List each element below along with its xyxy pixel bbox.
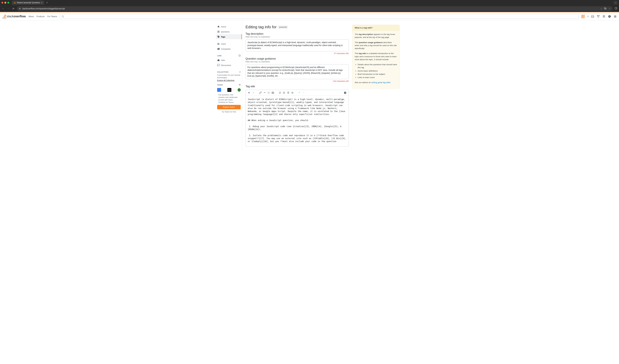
- editor-code-button[interactable]: {}: [267, 91, 271, 95]
- svg-rect-7: [614, 15, 616, 16]
- sidebar-item-label: Companies: [221, 48, 231, 50]
- sidebar-section-labs: LABS ⓘ: [216, 51, 242, 58]
- editor-link-button[interactable]: [258, 91, 262, 95]
- teams-graphic-box-blue: [217, 88, 221, 92]
- svg-rect-16: [217, 60, 220, 61]
- tab-overflow-button[interactable]: ⌄: [614, 1, 618, 4]
- reputation-score: 1: [588, 15, 589, 17]
- eye-off-icon[interactable]: [604, 7, 606, 10]
- editor-ulist-button[interactable]: [282, 91, 286, 95]
- info-icon[interactable]: ⓘ: [239, 54, 241, 57]
- site-logo-text: stackoverflow: [7, 15, 26, 18]
- nav-products[interactable]: Products: [37, 15, 45, 18]
- tab-close-icon[interactable]: ×: [41, 1, 42, 4]
- plus-icon[interactable]: +: [239, 71, 240, 73]
- explore-collectives-link[interactable]: Explore all Collectives: [217, 79, 235, 82]
- editor-quote-button[interactable]: [263, 91, 267, 95]
- svg-rect-32: [287, 93, 289, 93]
- editor-image-button[interactable]: [271, 91, 275, 95]
- usage-guidance-input[interactable]: For questions about programming in ECMAS…: [246, 64, 349, 79]
- aside-bullet: Details about the questions that should …: [358, 63, 397, 69]
- help-list-icon[interactable]: [602, 15, 605, 18]
- page-title: Editing tag info for javascript: [246, 25, 349, 29]
- inbox-icon[interactable]: [591, 15, 594, 18]
- svg-rect-1: [615, 7, 617, 9]
- new-tab-button[interactable]: +: [45, 1, 49, 4]
- usage-guidance-subtitle: Plain text only, no markdown: [246, 61, 349, 63]
- editor-hr-button[interactable]: [291, 91, 294, 95]
- browser-tab[interactable]: Newest 'javascript' Questions ×: [12, 0, 44, 5]
- tag-description-subtitle: Plain text only, no markdown: [246, 36, 349, 38]
- site-logo[interactable]: stackoverflow: [2, 14, 26, 19]
- sidebar-item-label: Users: [221, 43, 226, 45]
- editor-heading-button[interactable]: [286, 91, 290, 95]
- svg-rect-15: [218, 48, 219, 50]
- wiki-editor-textarea[interactable]: JavaScript (a dialect of ECMAScript) is …: [246, 96, 349, 146]
- forward-button: →: [7, 7, 10, 10]
- reload-button[interactable]: ⟳: [12, 7, 15, 10]
- svg-point-25: [283, 92, 283, 92]
- aside-bullet: Some basic definitions: [358, 70, 397, 72]
- users-icon: [217, 42, 220, 45]
- traffic-close[interactable]: [1, 2, 3, 3]
- back-button[interactable]: ←: [2, 7, 5, 10]
- aside-bullet: Brief introduction to the subject: [358, 73, 397, 76]
- svg-text:?: ?: [345, 92, 345, 94]
- home-icon: [217, 25, 220, 28]
- svg-rect-26: [284, 92, 285, 92]
- search-field[interactable]: [65, 15, 577, 17]
- chat-icon: [217, 64, 220, 67]
- tag-description-input[interactable]: JavaScript (a dialect of ECMAScript) is …: [246, 39, 349, 51]
- aside-title: What is a tag wiki?: [352, 25, 399, 31]
- stackoverflow-logo-icon: [2, 14, 7, 19]
- editor-italic-button[interactable]: I: [251, 91, 255, 95]
- site-controls-icon[interactable]: ⚙: [19, 8, 21, 10]
- svg-rect-24: [280, 93, 281, 94]
- zoom-icon[interactable]: ⌕: [601, 8, 602, 10]
- site-switcher-icon[interactable]: [614, 15, 617, 18]
- svg-point-29: [283, 93, 283, 94]
- traffic-zoom[interactable]: [7, 2, 9, 3]
- sidebar-item-discussions[interactable]: Discussions: [216, 63, 242, 68]
- svg-point-12: [218, 43, 218, 44]
- writing-great-wikis-link[interactable]: writing great tag wikis.: [371, 81, 391, 84]
- sidebar-item-tags[interactable]: Tags: [216, 34, 242, 39]
- svg-point-11: [218, 31, 219, 32]
- svg-point-3: [62, 15, 64, 17]
- explore-teams-button[interactable]: Explore Teams: [217, 105, 241, 109]
- tag-description-chars-left: 37 characters left: [246, 52, 349, 55]
- editor-undo-button[interactable]: ↶: [297, 91, 301, 95]
- sidebar-item-jobs[interactable]: Jobs: [216, 58, 242, 63]
- editor-olist-button[interactable]: 123: [278, 91, 282, 95]
- svg-rect-30: [284, 93, 285, 94]
- sidebar-item-questions[interactable]: Questions: [216, 29, 242, 34]
- close-icon[interactable]: ✕: [239, 84, 241, 86]
- tag-pill[interactable]: javascript: [278, 26, 288, 29]
- address-bar[interactable]: ⚙ stackoverflow.com/questions/tagged/jav…: [17, 6, 612, 11]
- editor-help-button[interactable]: ?: [343, 91, 347, 95]
- star-icon[interactable]: ☆: [609, 8, 610, 10]
- svg-point-13: [219, 43, 219, 44]
- nav-about[interactable]: About: [28, 15, 34, 18]
- svg-rect-36: [292, 93, 293, 94]
- try-teams-free-link[interactable]: Try Teams for free: [217, 111, 241, 113]
- usage-guidance-heading: Question usage guidance: [246, 57, 349, 60]
- companies-icon: [217, 48, 220, 50]
- trophy-icon[interactable]: [597, 15, 600, 18]
- sidebar-item-label: Jobs: [221, 59, 225, 61]
- editor-redo-button[interactable]: ↷: [302, 91, 306, 95]
- sidebar-item-companies[interactable]: Companies: [216, 46, 242, 51]
- traffic-minimize[interactable]: [4, 2, 6, 3]
- side-panel-icon[interactable]: [615, 7, 617, 10]
- search-input[interactable]: [60, 14, 579, 19]
- search-icon: [61, 15, 64, 18]
- aside-bullet: Links to learn more: [358, 76, 397, 79]
- sidebar-section-teams: TEAMS ✕: [217, 84, 241, 86]
- sidebar-item-users[interactable]: Users: [216, 41, 242, 46]
- tags-icon: [217, 35, 220, 38]
- avatar[interactable]: [581, 15, 585, 18]
- editor-bold-button[interactable]: B: [247, 91, 251, 95]
- nav-for-teams[interactable]: For Teams: [47, 15, 57, 18]
- sidebar-item-home[interactable]: Home: [216, 24, 242, 29]
- help-icon[interactable]: ?: [608, 15, 611, 18]
